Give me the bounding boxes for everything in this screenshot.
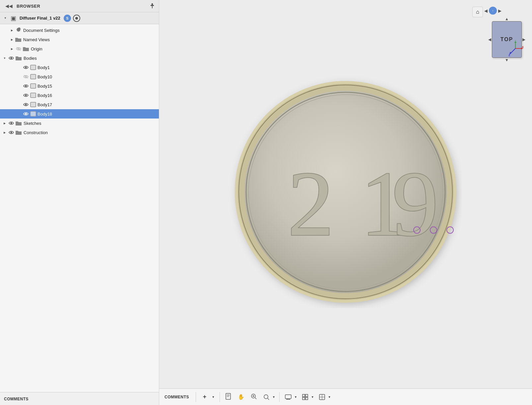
coin-container: 2 2 1 1 9 9 <box>230 76 462 309</box>
chevron-down-icon: ▼ <box>212 395 215 399</box>
toolbar-divider-1 <box>196 392 196 402</box>
toolbar-snap-dropdown-arrow[interactable]: ▼ <box>327 395 332 399</box>
tree-item-sketches[interactable]: Sketches <box>0 119 159 128</box>
svg-text:Y: Y <box>514 40 516 41</box>
toolbar-add-button[interactable]: + <box>199 392 210 402</box>
tree-item-body15[interactable]: Body15 <box>0 81 159 91</box>
toolbar-snap-button[interactable] <box>317 392 327 402</box>
folder-icon-construction <box>16 129 22 136</box>
folder-icon-bodies <box>16 55 22 61</box>
svg-point-6 <box>25 67 27 68</box>
body-icon-body10 <box>30 74 36 79</box>
tree-item-body10[interactable]: Body10 <box>0 72 159 81</box>
tree-item-body1[interactable]: Body1 <box>0 63 159 72</box>
bottom-toolbar: COMMENTS + ▼ ✋ <box>159 388 532 405</box>
tree-item-named-views[interactable]: Named Views <box>0 35 159 44</box>
plus-icon: + <box>203 393 207 400</box>
nav-left-button[interactable]: ◀ <box>488 37 491 42</box>
body-icon-body17 <box>30 102 36 107</box>
expand-arrow-bodies <box>2 55 7 61</box>
svg-point-20 <box>11 132 12 133</box>
toolbar-expand-button[interactable]: ▼ <box>210 392 216 402</box>
tree-label-body16: Body16 <box>37 93 52 98</box>
toolbar-sheet-button[interactable] <box>223 392 234 402</box>
tree-label-body10: Body10 <box>37 74 52 79</box>
toolbar-grid-button[interactable] <box>300 392 310 402</box>
toolbar-pan-button[interactable]: ✋ <box>236 392 246 402</box>
tree-item-body18[interactable]: Body18 <box>0 109 159 119</box>
hand-icon: ✋ <box>238 394 244 400</box>
tree-item-document-settings[interactable]: Document Settings <box>0 26 159 35</box>
svg-line-56 <box>268 398 269 400</box>
tree-label-named-views: Named Views <box>23 37 50 42</box>
sidebar-tree: Document Settings Named Views <box>0 24 159 392</box>
svg-rect-63 <box>302 397 305 400</box>
expand-arrow-origin <box>9 46 15 51</box>
eye-icon-body1 <box>23 64 29 71</box>
tree-item-bodies[interactable]: Bodies <box>0 53 159 63</box>
nav-back-button[interactable]: ◀ <box>484 8 488 13</box>
svg-text:Z: Z <box>508 53 510 57</box>
svg-rect-12 <box>31 84 36 88</box>
home-icon: ⌂ <box>476 9 479 15</box>
toolbar-zoom-dropdown-arrow[interactable]: ▼ <box>272 395 276 399</box>
toolbar-zoom-button[interactable] <box>261 392 272 402</box>
svg-rect-2 <box>152 6 153 8</box>
svg-rect-64 <box>305 397 308 400</box>
svg-text:X: X <box>522 45 524 49</box>
nav-sync-icon: ↑ <box>489 7 497 15</box>
nav-up-button[interactable]: ▲ <box>505 17 509 21</box>
tree-label-document-settings: Document Settings <box>23 28 60 33</box>
expand-arrow-sketches <box>2 121 7 126</box>
document-expand-arrow <box>3 16 8 21</box>
toolbar-display-button[interactable] <box>283 392 294 402</box>
tree-item-body16[interactable]: Body16 <box>0 91 159 100</box>
toolbar-zoom-dropdown: ▼ <box>261 392 276 402</box>
tree-item-origin[interactable]: Origin <box>0 44 159 53</box>
expand-arrow-named-views <box>9 37 15 42</box>
browser-header: ◀◀ BROWSER <box>0 0 159 12</box>
eye-icon-body18 <box>23 111 29 117</box>
toolbar-display-dropdown-arrow[interactable]: ▼ <box>294 395 298 399</box>
tree-item-construction[interactable]: Construction <box>0 128 159 137</box>
tree-label-body1: Body1 <box>37 65 50 70</box>
nav-down-button[interactable]: ▼ <box>505 58 509 62</box>
svg-rect-16 <box>31 102 36 107</box>
toolbar-grid-dropdown: ▼ <box>300 392 315 402</box>
nav-home-button[interactable]: ⌂ <box>472 7 483 17</box>
eye-icon-body16 <box>23 92 29 99</box>
comments-label: COMMENTS <box>4 397 29 401</box>
tree-item-body17[interactable]: Body17 <box>0 100 159 109</box>
tree-label-body17: Body17 <box>37 102 52 107</box>
svg-text:2: 2 <box>288 152 331 255</box>
toolbar-zoom-fit-button[interactable] <box>248 392 259 402</box>
gear-icon <box>15 27 22 34</box>
tree-label-body15: Body15 <box>37 84 52 89</box>
svg-rect-18 <box>31 112 36 116</box>
tree-label-bodies: Bodies <box>24 56 37 61</box>
toolbar-comment-controls: + ▼ <box>199 392 216 402</box>
sidebar-collapse-button[interactable]: ◀◀ <box>4 3 14 9</box>
expand-arrow-document-settings <box>9 28 15 33</box>
viewport[interactable]: 2 2 1 1 9 9 ⌂ <box>159 0 532 405</box>
svg-point-55 <box>264 395 268 399</box>
main-container: ◀◀ BROWSER ▣ Diffuser Final_1 v22 S <box>0 0 532 405</box>
eye-icon-body17 <box>23 101 29 108</box>
sidebar-pin-button[interactable] <box>150 3 155 9</box>
svg-rect-10 <box>31 74 36 79</box>
toolbar-grid-dropdown-arrow[interactable]: ▼ <box>310 395 315 399</box>
svg-point-13 <box>25 95 27 96</box>
nav-forward-button[interactable]: ▶ <box>498 8 501 13</box>
expand-arrow-construction <box>2 130 7 135</box>
svg-point-5 <box>11 57 12 59</box>
coin-svg: 2 2 1 1 9 9 <box>230 76 462 308</box>
svg-rect-57 <box>285 395 291 399</box>
svg-text:9: 9 <box>392 152 438 255</box>
body-icon-body1 <box>30 65 36 70</box>
eye-icon-construction <box>8 129 15 136</box>
svg-point-11 <box>25 85 27 87</box>
tree-label-sketches: Sketches <box>24 121 41 126</box>
svg-point-17 <box>25 113 27 115</box>
document-item[interactable]: ▣ Diffuser Final_1 v22 S <box>0 12 159 24</box>
toolbar-comments-label: COMMENTS <box>165 395 189 399</box>
